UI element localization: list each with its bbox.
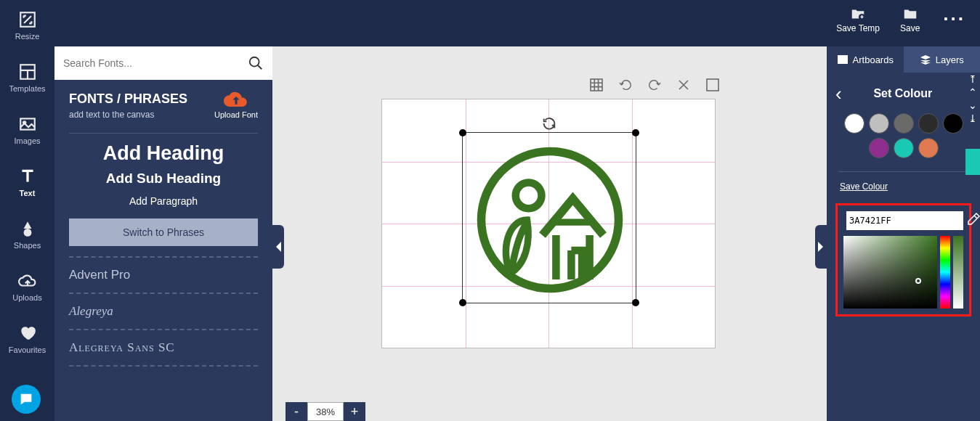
tab-layers[interactable]: Layers: [904, 46, 981, 73]
right-panel: Artboards Layers ‹ Set Colour Save Colou…: [827, 46, 980, 421]
upload-font-button[interactable]: Upload Font: [214, 89, 258, 119]
rail-favourites[interactable]: Favourites: [0, 321, 54, 357]
close-icon[interactable]: [677, 78, 690, 91]
scroll-down-button[interactable]: ⌄: [965, 99, 980, 112]
fonts-panel: FONTS / PHRASES add text to the canvas U…: [54, 46, 272, 421]
section-title: Set Colour: [849, 87, 957, 100]
swatch[interactable]: [894, 138, 914, 158]
color-picker: [835, 203, 971, 316]
zoom-in-button[interactable]: +: [344, 402, 365, 421]
scroll-up-button[interactable]: ⌃: [965, 86, 980, 99]
chat-icon: [18, 391, 34, 407]
artboard[interactable]: [381, 99, 716, 348]
cloud-upload-icon: [222, 89, 250, 109]
resize-handle-nw[interactable]: [459, 129, 466, 136]
add-paragraph-button[interactable]: Add Paragraph: [54, 195, 272, 207]
left-rail: Resize Templates Images Text Shapes Uplo…: [0, 0, 54, 421]
zoom-out-button[interactable]: -: [286, 402, 307, 421]
font-item[interactable]: Alegreya Sans SC: [69, 329, 258, 365]
swatch[interactable]: [869, 113, 889, 134]
rail-text[interactable]: Text: [0, 164, 54, 200]
font-item[interactable]: Alegreya: [69, 293, 258, 329]
shapes-icon: [17, 219, 38, 238]
resize-icon: [17, 10, 38, 29]
search-icon[interactable]: [248, 55, 264, 71]
search-input[interactable]: [63, 57, 248, 69]
font-list: Advent Pro Alegreya Alegreya Sans SC: [54, 256, 272, 367]
hex-input[interactable]: [846, 211, 963, 230]
selection-box[interactable]: [462, 132, 636, 303]
back-button[interactable]: ‹: [835, 84, 842, 103]
swatch[interactable]: [894, 113, 914, 134]
rail-images[interactable]: Images: [0, 112, 54, 148]
artboards-icon: [837, 54, 849, 65]
svg-rect-8: [707, 79, 718, 91]
svg-point-6: [250, 57, 259, 67]
save-button[interactable]: Save: [900, 6, 920, 33]
font-item[interactable]: Advent Pro: [69, 256, 258, 293]
swatch[interactable]: [918, 138, 939, 158]
save-colour-link[interactable]: Save Colour: [840, 181, 888, 192]
alpha-slider[interactable]: [953, 236, 963, 308]
heart-icon: [17, 324, 38, 343]
hue-slider[interactable]: [940, 236, 950, 308]
add-heading-button[interactable]: Add Heading: [54, 142, 272, 165]
zoom-value[interactable]: 38%: [307, 402, 344, 421]
images-icon: [17, 115, 38, 134]
rail-resize[interactable]: Resize: [0, 7, 54, 44]
add-subheading-button[interactable]: Add Sub Heading: [54, 171, 272, 187]
templates-icon: [17, 62, 38, 81]
svg-point-10: [516, 183, 542, 209]
accent-tab[interactable]: [965, 149, 980, 175]
tab-artboards[interactable]: Artboards: [827, 46, 904, 73]
collapse-right-panel[interactable]: [815, 225, 827, 269]
uploads-icon: [17, 271, 38, 290]
svg-rect-11: [838, 55, 848, 64]
collapse-left-panel[interactable]: [272, 225, 284, 269]
save-temp-button[interactable]: Save Temp: [836, 6, 880, 33]
svg-point-4: [23, 121, 25, 123]
scroll-bottom-button[interactable]: ⤓: [965, 112, 980, 125]
eyedropper-button[interactable]: [966, 212, 980, 229]
switch-phrases-button[interactable]: Switch to Phrases: [69, 218, 258, 246]
search-bar: [54, 46, 272, 80]
resize-handle-sw[interactable]: [459, 299, 466, 306]
svg-point-5: [23, 229, 31, 237]
folder-download-icon: [849, 6, 867, 22]
chat-button[interactable]: [12, 385, 41, 414]
zoom-control: - 38% +: [286, 402, 365, 421]
more-menu-button[interactable]: ···: [943, 17, 965, 23]
saturation-box[interactable]: [843, 236, 937, 308]
undo-icon[interactable]: [619, 78, 632, 91]
rail-templates[interactable]: Templates: [0, 60, 54, 96]
scroll-top-button[interactable]: ⤒: [965, 73, 980, 86]
svg-rect-7: [591, 79, 602, 91]
swatch[interactable]: [943, 113, 963, 134]
artboard-box-icon[interactable]: [706, 78, 719, 91]
swatch[interactable]: [869, 138, 889, 158]
rail-shapes[interactable]: Shapes: [0, 216, 54, 253]
resize-handle-se[interactable]: [632, 299, 639, 306]
text-icon: [17, 167, 38, 186]
redo-icon[interactable]: [648, 78, 661, 91]
grid-icon[interactable]: [590, 78, 603, 91]
canvas-area[interactable]: - 38% +: [272, 46, 827, 421]
rail-uploads[interactable]: Uploads: [0, 269, 54, 305]
swatch[interactable]: [844, 113, 864, 134]
folder-icon: [901, 6, 920, 22]
swatch[interactable]: [918, 113, 939, 134]
swatch-grid: [835, 110, 971, 168]
rotate-handle[interactable]: [541, 115, 557, 134]
resize-handle-ne[interactable]: [632, 129, 639, 136]
layers-icon: [920, 54, 931, 65]
